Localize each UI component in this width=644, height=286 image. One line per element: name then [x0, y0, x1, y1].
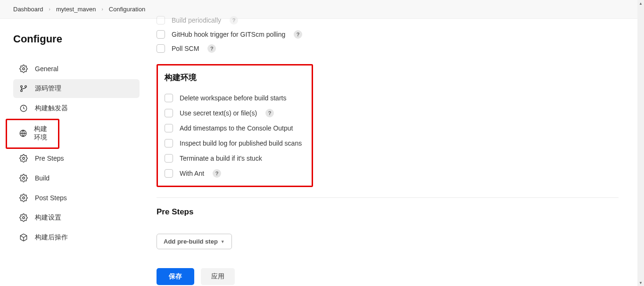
- svg-point-6: [23, 157, 25, 160]
- button-label: Add pre-build step: [164, 238, 218, 245]
- env-label: Use secret text(s) or file(s): [180, 109, 257, 117]
- pre-steps-section: Pre Steps Add pre-build step ▼: [157, 207, 637, 249]
- sidebar-item-post-steps[interactable]: Post Steps: [13, 188, 140, 207]
- highlight-box-build-env: 构建环境: [6, 119, 59, 149]
- sidebar-item-scm[interactable]: 源码管理: [13, 79, 140, 98]
- help-icon[interactable]: ?: [207, 44, 216, 53]
- checkbox[interactable]: [165, 169, 173, 178]
- breadcrumb-project[interactable]: mytest_maven: [56, 6, 96, 13]
- sidebar-item-label: Build: [35, 174, 50, 182]
- sidebar-item-general[interactable]: General: [13, 59, 140, 78]
- checkbox[interactable]: [157, 16, 165, 25]
- checkbox[interactable]: [165, 139, 173, 147]
- gear-icon: [19, 213, 28, 222]
- env-terminate-stuck-row: Terminate a build if it's stuck: [165, 151, 305, 166]
- env-with-ant-row: With Ant ?: [165, 166, 305, 181]
- help-icon[interactable]: ?: [213, 169, 221, 178]
- env-secret-text-row: Use secret text(s) or file(s) ?: [165, 106, 305, 121]
- trigger-label: Build periodically: [172, 16, 221, 24]
- trigger-label: GitHub hook trigger for GITScm polling: [172, 31, 285, 38]
- checkbox[interactable]: [165, 154, 173, 163]
- main-content: Build periodically ? GitHub hook trigger…: [146, 19, 637, 286]
- footer-buttons: 保存 应用: [157, 268, 637, 285]
- svg-point-3: [21, 90, 23, 92]
- scrollbar[interactable]: ▲ ▼: [637, 0, 644, 286]
- scroll-down-icon[interactable]: ▼: [637, 279, 644, 286]
- help-icon[interactable]: ?: [230, 16, 238, 25]
- sidebar-item-post-build[interactable]: 构建后操作: [13, 228, 140, 247]
- env-timestamps-row: Add timestamps to the Console Output: [165, 121, 305, 136]
- package-icon: [19, 233, 28, 242]
- add-pre-build-step-button[interactable]: Add pre-build step ▼: [157, 234, 232, 249]
- gear-icon: [19, 173, 28, 183]
- chevron-right-icon: ›: [49, 7, 50, 12]
- gear-icon: [19, 64, 28, 74]
- sidebar-item-pre-steps[interactable]: Pre Steps: [13, 149, 140, 168]
- highlight-box-build-env-section: 构建环境 Delete workspace before build start…: [157, 64, 313, 187]
- checkbox[interactable]: [157, 44, 165, 53]
- svg-point-8: [23, 197, 25, 199]
- sidebar-item-label: 构建触发器: [35, 104, 68, 113]
- chevron-right-icon: ›: [102, 7, 103, 12]
- sidebar-item-label: 构建后操作: [35, 233, 68, 242]
- branch-icon: [19, 84, 28, 93]
- env-delete-workspace-row: Delete workspace before build starts: [165, 90, 305, 106]
- checkbox[interactable]: [157, 30, 165, 39]
- chevron-down-icon: ▼: [221, 239, 225, 244]
- svg-point-0: [23, 68, 25, 70]
- sidebar-item-triggers[interactable]: 构建触发器: [13, 99, 140, 118]
- help-icon[interactable]: ?: [294, 30, 302, 39]
- env-label: Delete workspace before build starts: [180, 94, 286, 102]
- breadcrumb-page[interactable]: Configuration: [109, 6, 145, 13]
- env-inspect-log-row: Inspect build log for published build sc…: [165, 136, 305, 151]
- svg-point-1: [21, 86, 23, 88]
- clock-icon: [19, 104, 28, 113]
- sidebar-item-build-env[interactable]: 构建环境: [13, 120, 58, 147]
- section-title-pre-steps: Pre Steps: [157, 207, 637, 217]
- page-title: Configure: [13, 33, 140, 45]
- env-label: Inspect build log for published build sc…: [180, 139, 302, 147]
- sidebar-item-label: 构建环境: [34, 125, 52, 142]
- env-label: With Ant: [180, 170, 204, 177]
- checkbox[interactable]: [165, 109, 173, 117]
- divider: [157, 197, 619, 198]
- env-label: Terminate a build if it's stuck: [180, 155, 262, 162]
- help-icon[interactable]: ?: [265, 109, 274, 117]
- gear-icon: [19, 154, 28, 163]
- checkbox[interactable]: [165, 124, 173, 132]
- svg-point-9: [23, 217, 25, 219]
- breadcrumb-dashboard[interactable]: Dashboard: [13, 6, 43, 13]
- sidebar-item-build-settings[interactable]: 构建设置: [13, 208, 140, 227]
- sidebar-item-label: General: [35, 65, 58, 73]
- trigger-github-hook-row: GitHub hook trigger for GITScm polling ?: [157, 27, 637, 41]
- env-label: Add timestamps to the Console Output: [180, 124, 293, 132]
- gear-icon: [19, 193, 28, 203]
- sidebar-item-label: 源码管理: [35, 84, 61, 93]
- trigger-label: Poll SCM: [172, 45, 199, 52]
- checkbox[interactable]: [165, 94, 173, 102]
- sidebar-item-label: 构建设置: [35, 213, 61, 222]
- save-button[interactable]: 保存: [157, 268, 194, 285]
- sidebar-item-label: Post Steps: [35, 194, 67, 202]
- scroll-up-icon[interactable]: ▲: [637, 0, 644, 7]
- sidebar-item-build[interactable]: Build: [13, 169, 140, 188]
- svg-point-2: [25, 86, 27, 88]
- apply-button[interactable]: 应用: [201, 268, 235, 285]
- trigger-build-periodically-row: Build periodically ?: [157, 13, 637, 27]
- section-title-build-env: 构建环境: [165, 72, 305, 83]
- trigger-poll-scm-row: Poll SCM ?: [157, 41, 637, 56]
- sidebar: Configure General 源码管理 构建触发器 构: [0, 19, 146, 286]
- sidebar-item-label: Pre Steps: [35, 155, 64, 162]
- svg-point-7: [23, 177, 25, 180]
- globe-icon: [19, 129, 27, 138]
